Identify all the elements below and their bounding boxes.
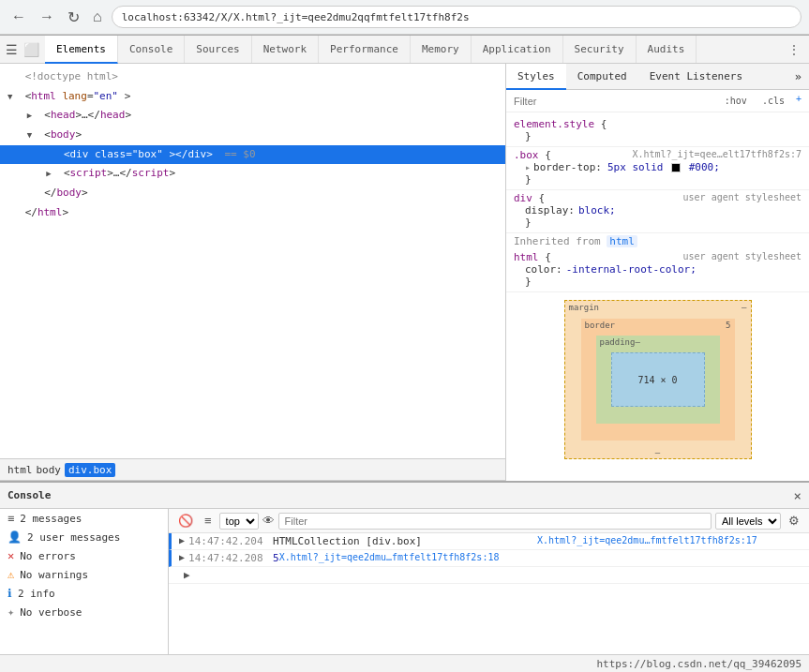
- console-message-1: ▶ 14:47:42.204 HTMLCollection [div.box] …: [169, 533, 809, 550]
- filter-hov-button[interactable]: :hov: [721, 94, 751, 108]
- expand-msg2[interactable]: ▶: [179, 552, 185, 562]
- nav-reload-button[interactable]: ↻: [64, 7, 83, 28]
- box-bottom-margin: –: [564, 448, 752, 457]
- msg1-time: 14:47:42.204: [188, 535, 273, 547]
- tab-event-listeners[interactable]: Event Listeners: [638, 64, 754, 89]
- console-header: Console ×: [0, 483, 809, 509]
- console-title: Console: [7, 489, 51, 501]
- tab-application[interactable]: Application: [472, 36, 563, 63]
- console-sidebar-info[interactable]: ℹ 2 info: [0, 584, 168, 603]
- tab-audits[interactable]: Audits: [637, 36, 697, 63]
- console-messages: ▶ 14:47:42.204 HTMLCollection [div.box] …: [169, 533, 809, 654]
- tab-security[interactable]: Security: [563, 36, 637, 63]
- attr-lang: lang: [62, 90, 87, 102]
- nav-home-button[interactable]: ⌂: [89, 7, 106, 27]
- css-selector-element-style[interactable]: element.style {: [514, 118, 802, 130]
- dom-line-script: ▶ <script>…</script>: [0, 164, 505, 184]
- box-model-visual: margin – border 5 padding–: [564, 300, 752, 459]
- expand-icon[interactable]: ▶: [27, 109, 38, 123]
- property-indicator: ▸: [525, 162, 531, 172]
- devtools-tab-bar: ☰ ⬜ Elements Console Sources Network Per…: [0, 36, 809, 64]
- expand-icon[interactable]: ▼: [27, 128, 38, 142]
- console-filter-toggle[interactable]: ≡: [201, 512, 216, 530]
- msg2-link[interactable]: X.html?_ijt=qee2dmu…fmtfelt17tfh8f2s:18: [279, 552, 802, 562]
- margin-dash: –: [742, 303, 746, 312]
- console-close-button[interactable]: ×: [794, 488, 802, 503]
- expand-icon[interactable]: ▼: [7, 90, 19, 104]
- devtools-more-button[interactable]: ⋮: [779, 36, 809, 63]
- css-property-color: color: -internal-root-color;: [514, 263, 802, 276]
- info-label: 2 info: [18, 588, 55, 600]
- console-level-dropdown[interactable]: All levels: [715, 513, 781, 530]
- tab-performance[interactable]: Performance: [319, 36, 411, 63]
- css-source-html: user agent stylesheet: [683, 251, 802, 263]
- css-property-display: display: block;: [514, 204, 802, 217]
- devtools-menu-icon[interactable]: ☰: [6, 42, 18, 57]
- css-property-border-top: ▸ border-top: 5px solid #000;: [514, 161, 802, 173]
- styles-filter-input[interactable]: [514, 96, 721, 107]
- console-sidebar-messages[interactable]: ≡ 2 messages: [0, 509, 168, 528]
- console-settings-button[interactable]: ⚙: [785, 512, 803, 530]
- dom-line-html-close: </html>: [0, 203, 505, 223]
- border-value: 5: [726, 321, 730, 330]
- user-messages-label: 2 user messages: [27, 531, 120, 544]
- console-sidebar-user-messages[interactable]: 👤 2 user messages: [0, 528, 168, 546]
- tag-div: div: [70, 148, 89, 160]
- styles-more[interactable]: »: [787, 64, 809, 89]
- msg2-time: 14:47:42.208: [188, 552, 273, 564]
- breadcrumb-divbox[interactable]: div.box: [65, 463, 115, 477]
- address-bar[interactable]: localhost:63342/X/X.html?_ijt=qee2dmu2qq…: [112, 6, 802, 28]
- tab-elements[interactable]: Elements: [45, 36, 118, 64]
- console-filter-input[interactable]: [278, 513, 712, 530]
- elements-panel: <!doctype html> ▼ <html lang="en" > ▶ <h…: [0, 64, 506, 481]
- breadcrumb-body[interactable]: body: [37, 464, 62, 476]
- nav-back-button[interactable]: ←: [7, 7, 30, 27]
- tab-network[interactable]: Network: [252, 36, 319, 63]
- console-clear-button[interactable]: 🚫: [174, 512, 197, 530]
- devtools-dock-icon[interactable]: ⬜: [23, 42, 39, 57]
- browser-toolbar: ← → ↻ ⌂ localhost:63342/X/X.html?_ijt=qe…: [0, 0, 809, 34]
- expand-msg1[interactable]: ▶: [179, 535, 185, 545]
- filter-cls-button[interactable]: .cls: [758, 94, 788, 108]
- attr-lang-val: "en": [94, 90, 119, 102]
- color-swatch-black[interactable]: [671, 163, 681, 172]
- nav-forward-button[interactable]: →: [36, 7, 58, 27]
- devtools-container: ☰ ⬜ Elements Console Sources Network Per…: [0, 35, 809, 672]
- css-selector-html[interactable]: html {: [514, 251, 551, 263]
- tab-computed[interactable]: Computed: [566, 64, 638, 89]
- css-selector-div[interactable]: div {: [514, 192, 545, 204]
- console-sidebar-verbose[interactable]: ✦ No verbose: [0, 603, 168, 621]
- tab-styles[interactable]: Styles: [506, 64, 566, 90]
- warnings-icon: ⚠: [7, 568, 14, 581]
- expand-more-icon[interactable]: ▶: [184, 569, 190, 581]
- msg2-number: 5: [273, 552, 279, 564]
- tab-console[interactable]: Console: [118, 36, 185, 63]
- css-rule-html: html { user agent stylesheet color: -int…: [506, 249, 809, 292]
- tab-memory[interactable]: Memory: [411, 36, 472, 63]
- tag-close-bracket: >: [125, 90, 131, 102]
- messages-label: 2 messages: [20, 513, 82, 525]
- styles-panel: Styles Computed Event Listeners » :hov .…: [506, 64, 809, 481]
- filter-add-button[interactable]: +: [796, 94, 802, 108]
- styles-filter-controls: :hov .cls +: [721, 94, 802, 108]
- css-selector-box[interactable]: .box {: [514, 149, 551, 161]
- console-main: 🚫 ≡ top 👁 All levels ⚙ ▶: [169, 509, 809, 654]
- styles-tab-bar: Styles Computed Event Listeners »: [506, 64, 809, 90]
- css-source-box[interactable]: X.html?_ijt=qee…elt17tfh8f2s:7: [632, 149, 802, 161]
- dom-line-div[interactable]: <div class="box" ></div> == $0: [0, 145, 505, 165]
- expand-icon[interactable]: ▶: [46, 167, 57, 181]
- dom-tree[interactable]: <!doctype html> ▼ <html lang="en" > ▶ <h…: [0, 64, 505, 458]
- dom-breadcrumb: html body div.box: [0, 458, 505, 481]
- breadcrumb-html[interactable]: html: [7, 464, 33, 476]
- user-messages-icon: 👤: [7, 530, 22, 544]
- console-sidebar-warnings[interactable]: ⚠ No warnings: [0, 565, 168, 584]
- errors-icon: ✕: [7, 549, 14, 562]
- console-sidebar-errors[interactable]: ✕ No errors: [0, 546, 168, 565]
- msg1-link[interactable]: X.html?_ijt=qee2dmu…fmtfelt17tfh8f2s:17: [537, 535, 802, 545]
- console-eye-button[interactable]: 👁: [262, 514, 275, 528]
- dom-line-body-close: </body>: [0, 184, 505, 203]
- console-context-select[interactable]: top: [219, 513, 259, 530]
- tab-sources[interactable]: Sources: [185, 36, 251, 63]
- dom-line-body: ▼ <body>: [0, 126, 505, 145]
- tag-html: html: [31, 90, 56, 102]
